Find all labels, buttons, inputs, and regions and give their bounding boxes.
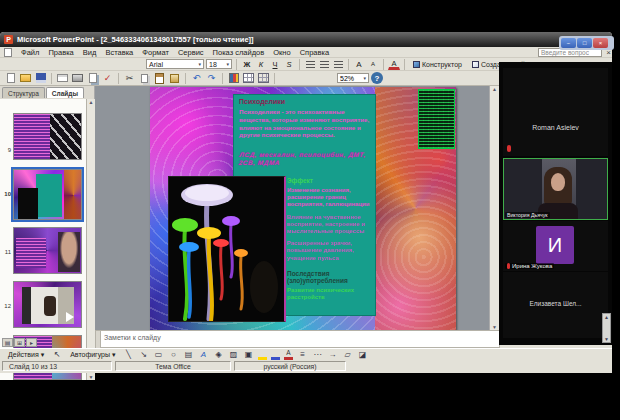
participant-tile-viktoria[interactable]: Виктория Дьячук — [503, 158, 608, 220]
clipart-button[interactable]: ▨ — [228, 349, 240, 360]
slide-thumbnail-9[interactable] — [13, 113, 82, 160]
menu-window[interactable]: Окно — [273, 48, 290, 57]
print-button[interactable] — [71, 72, 84, 85]
print-preview-button[interactable] — [86, 72, 99, 85]
actions-menu-button[interactable]: Действия ▾ — [4, 349, 48, 360]
slide-scrollbar[interactable]: ▲ ▼ — [489, 86, 499, 330]
slide-thumbnail-10[interactable] — [13, 169, 82, 220]
arrow-style-button[interactable]: → — [327, 349, 339, 360]
undo-button[interactable]: ↶ — [190, 72, 203, 85]
line-color-button[interactable] — [271, 350, 281, 360]
chevron-down-icon: ▾ — [41, 351, 45, 359]
slide-design-button[interactable]: Конструктор — [409, 59, 466, 70]
scroll-up-icon[interactable]: ▲ — [89, 99, 94, 105]
notes-splitter[interactable] — [96, 331, 101, 349]
tab-slides[interactable]: Слайды — [46, 87, 84, 98]
participant-tile-irina[interactable]: И Ирина Жукова — [503, 221, 608, 271]
document-icon[interactable] — [4, 48, 12, 57]
scroll-up-icon[interactable]: ▲ — [604, 314, 609, 320]
3d-style-button[interactable]: ◪ — [357, 349, 369, 360]
oval-button[interactable]: ○ — [168, 349, 180, 360]
save-button[interactable] — [34, 72, 47, 85]
insert-picture-button[interactable]: ▣ — [243, 349, 255, 360]
line-style-button[interactable]: ≡ — [297, 349, 309, 360]
font-name-select[interactable]: Arial ▾ — [146, 59, 204, 69]
align-left-button[interactable] — [304, 59, 316, 70]
bold-button[interactable]: Ж — [241, 59, 253, 70]
panel-scrollbar[interactable]: ▲ ▼ — [602, 313, 611, 343]
participant-tile-roman[interactable]: Roman Asielev — [503, 68, 608, 156]
scroll-down-icon[interactable]: ▼ — [604, 336, 609, 342]
zoom-select[interactable]: 52% ▾ — [337, 73, 369, 83]
design-icon — [413, 61, 420, 68]
text-shadow-button[interactable]: S — [283, 59, 295, 70]
decrease-font-button[interactable]: А — [367, 59, 379, 70]
increase-font-button[interactable]: А — [353, 59, 365, 70]
slideshow-button[interactable]: ▸ — [26, 338, 37, 347]
normal-view-button[interactable]: ▤ — [2, 338, 13, 347]
font-color-button[interactable]: А — [284, 350, 294, 360]
titlebar[interactable]: P Microsoft PowerPoint - [2_546333406134… — [0, 32, 612, 47]
scroll-up-icon[interactable]: ▲ — [492, 86, 497, 92]
tab-outline[interactable]: Структура — [2, 87, 45, 98]
slide-number: 11 — [3, 249, 11, 255]
help-button[interactable]: ? — [371, 72, 383, 84]
slides-pane: Структура Слайды 9 10 11 — [0, 86, 95, 380]
line-button[interactable]: ╲ — [123, 349, 135, 360]
menu-edit[interactable]: Правка — [48, 48, 73, 57]
insert-table-button[interactable] — [242, 72, 255, 85]
dash-style-button[interactable]: ⋯ — [312, 349, 324, 360]
shadow-style-button[interactable]: ▱ — [342, 349, 354, 360]
scroll-down-icon[interactable]: ▼ — [89, 374, 94, 380]
underline-button[interactable]: Ч — [269, 59, 281, 70]
menu-tools[interactable]: Сервис — [178, 48, 204, 57]
paste-button[interactable] — [153, 72, 166, 85]
notes-pane[interactable]: Заметки к слайду — [95, 330, 500, 348]
menu-file[interactable]: Файл — [21, 48, 39, 57]
format-painter-button[interactable] — [168, 72, 181, 85]
align-right-button[interactable] — [332, 59, 344, 70]
tables-borders-button[interactable] — [257, 72, 270, 85]
align-center-button[interactable] — [318, 59, 330, 70]
redo-button[interactable]: ↷ — [205, 72, 218, 85]
text-box-button[interactable]: ▤ — [183, 349, 195, 360]
menu-view[interactable]: Вид — [83, 48, 97, 57]
cut-button[interactable]: ✂ — [123, 72, 136, 85]
diagram-button[interactable]: ◈ — [213, 349, 225, 360]
menu-format[interactable]: Формат — [142, 48, 169, 57]
slide-thumbnail-12[interactable] — [13, 281, 82, 328]
open-button[interactable] — [19, 72, 32, 85]
slide-number: 10 — [3, 191, 11, 197]
font-color-button[interactable]: А — [388, 58, 400, 70]
maximize-icon[interactable]: □ — [577, 38, 592, 48]
italic-button[interactable]: К — [255, 59, 267, 70]
participant-tile-elizaveta[interactable]: Елизавета Шел... — [503, 272, 608, 338]
menu-help[interactable]: Справка — [300, 48, 329, 57]
align-lines-icon — [306, 61, 315, 68]
minimize-icon[interactable]: − — [561, 38, 576, 48]
slide-substances-text: ЛСД, мескалин, псилоцибин, ДМТ, 2CB, МДМ… — [238, 151, 374, 168]
close-icon[interactable]: × — [593, 38, 608, 48]
slide-sorter-button[interactable]: ⊞ — [14, 338, 25, 347]
new-document-button[interactable] — [4, 72, 17, 85]
select-objects-button[interactable]: ↖ — [51, 349, 63, 360]
pane-scrollbar[interactable]: ▲ ▼ — [86, 99, 95, 380]
menu-slideshow[interactable]: Показ слайдов — [213, 48, 265, 57]
copy-button[interactable] — [138, 72, 151, 85]
rectangle-button[interactable]: ▭ — [153, 349, 165, 360]
arrow-button[interactable]: ↘ — [138, 349, 150, 360]
status-language[interactable]: русский (Россия) — [234, 361, 346, 371]
slide-thumbnail-11[interactable] — [13, 227, 82, 274]
email-button[interactable] — [56, 72, 69, 85]
menu-insert[interactable]: Вставка — [105, 48, 133, 57]
table-borders-icon — [258, 73, 269, 83]
font-size-select[interactable]: 18 ▾ — [206, 59, 232, 69]
spelling-button[interactable]: ✓ — [101, 72, 114, 85]
thumb-mushrooms — [18, 188, 38, 219]
fill-color-button[interactable] — [258, 350, 268, 360]
status-slide-info: Слайд 10 из 13 — [2, 361, 112, 371]
autoshapes-menu-button[interactable]: Автофигуры ▾ — [66, 349, 119, 360]
wordart-button[interactable]: А — [198, 349, 210, 360]
slide-canvas[interactable]: Психоделики Психоделики - это психоактив… — [150, 87, 456, 330]
insert-chart-button[interactable] — [227, 72, 240, 85]
